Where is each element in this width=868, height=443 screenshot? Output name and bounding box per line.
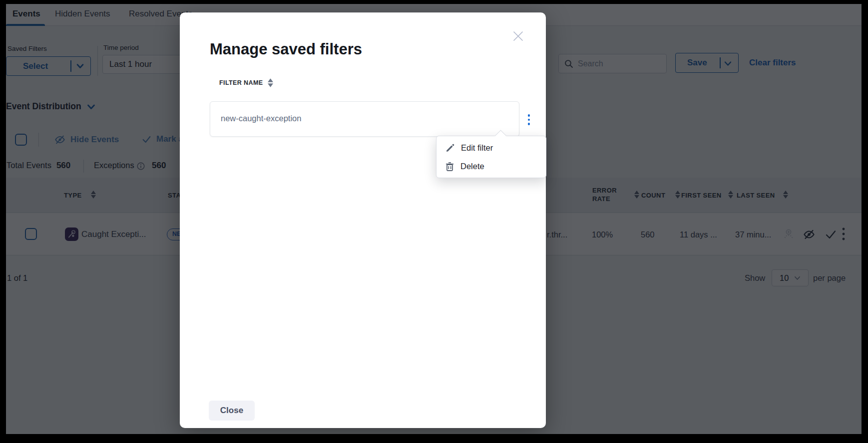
trash-icon xyxy=(445,162,454,171)
manage-saved-filters-modal: Manage saved filters FILTER NAME new-cau… xyxy=(180,12,546,428)
app-window: Events Hidden Events Resolved Events Sav… xyxy=(0,0,868,443)
saved-filter-name: new-caught-exception xyxy=(221,114,301,123)
filter-name-column-header[interactable]: FILTER NAME xyxy=(219,78,273,87)
delete-filter-label: Delete xyxy=(460,162,484,171)
edit-filter-label: Edit filter xyxy=(461,143,493,153)
edit-filter-menu-item[interactable]: Edit filter xyxy=(436,139,546,157)
modal-title: Manage saved filters xyxy=(210,40,362,58)
sort-filter-name-icon[interactable] xyxy=(268,78,273,87)
filter-actions-menu: Edit filter Delete xyxy=(436,136,546,178)
pencil-icon xyxy=(445,144,454,153)
saved-filter-row: new-caught-exception xyxy=(210,101,519,137)
filter-kebab-menu-icon[interactable] xyxy=(523,112,535,128)
modal-close-button[interactable]: Close xyxy=(209,401,255,421)
delete-filter-menu-item[interactable]: Delete xyxy=(436,157,546,176)
close-icon[interactable] xyxy=(509,27,526,44)
